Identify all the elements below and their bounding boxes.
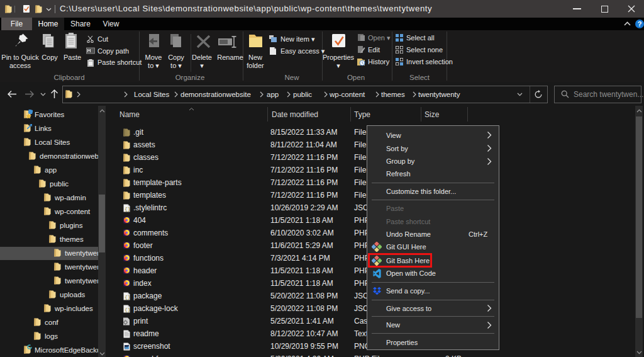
svg-text:{}: {} bbox=[125, 307, 130, 312]
svg-text:{}: {} bbox=[125, 294, 130, 300]
svg-text:{}: {} bbox=[125, 206, 130, 212]
